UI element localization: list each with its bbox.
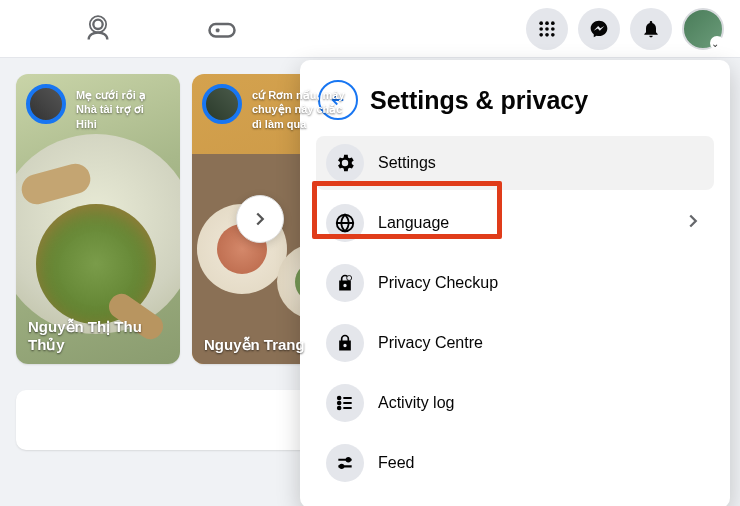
- svg-point-17: [347, 458, 350, 461]
- svg-point-11: [551, 33, 555, 37]
- lock-heart-icon: [326, 264, 364, 302]
- svg-point-10: [545, 33, 549, 37]
- svg-point-18: [340, 465, 343, 468]
- svg-point-8: [551, 27, 555, 31]
- menu-item-label: Privacy Centre: [378, 334, 483, 352]
- menu-item-label: Feed: [378, 454, 414, 472]
- svg-point-7: [545, 27, 549, 31]
- settings-privacy-dropdown: Settings & privacy Settings Language Pri…: [300, 60, 730, 506]
- globe-icon: [326, 204, 364, 242]
- svg-point-5: [551, 21, 555, 25]
- menu-list: Settings Language Privacy Checkup Privac…: [310, 136, 720, 490]
- messenger-button[interactable]: [578, 8, 620, 50]
- svg-point-4: [545, 21, 549, 25]
- menu-grid-button[interactable]: [526, 8, 568, 50]
- menu-item-feed[interactable]: Feed: [316, 436, 714, 490]
- sliders-icon: [326, 444, 364, 482]
- menu-item-label: Language: [378, 214, 449, 232]
- menu-item-privacy-centre[interactable]: Privacy Centre: [316, 316, 714, 370]
- story-author-name: Nguyễn Thị Thu Thủy: [28, 318, 168, 354]
- topbar: ⌄: [0, 0, 740, 58]
- menu-item-label: Privacy Checkup: [378, 274, 498, 292]
- friends-nav-icon[interactable]: [76, 7, 120, 51]
- story-overlay-text: Mẹ cưới rồi ạ Nhà tài trợ ơi Hihi: [76, 88, 172, 131]
- menu-item-settings[interactable]: Settings: [316, 136, 714, 190]
- dropdown-title: Settings & privacy: [370, 86, 588, 115]
- svg-point-6: [539, 27, 543, 31]
- gear-icon: [326, 144, 364, 182]
- notifications-button[interactable]: [630, 8, 672, 50]
- topbar-center-nav: [16, 7, 244, 51]
- svg-point-0: [93, 19, 102, 28]
- svg-point-15: [338, 402, 341, 405]
- profile-avatar-button[interactable]: ⌄: [682, 8, 724, 50]
- svg-point-3: [539, 21, 543, 25]
- menu-item-label: Activity log: [378, 394, 454, 412]
- menu-item-language[interactable]: Language: [316, 196, 714, 250]
- story-avatar: [202, 84, 242, 124]
- menu-item-label: Settings: [378, 154, 436, 172]
- menu-item-privacy-checkup[interactable]: Privacy Checkup: [316, 256, 714, 310]
- svg-point-13: [347, 276, 352, 281]
- svg-point-14: [338, 397, 341, 400]
- gaming-nav-icon[interactable]: [200, 7, 244, 51]
- svg-rect-2: [210, 24, 235, 37]
- svg-point-16: [338, 407, 341, 410]
- svg-point-9: [539, 33, 543, 37]
- stories-next-button[interactable]: [236, 195, 284, 243]
- chevron-right-icon: [682, 210, 704, 236]
- menu-item-activity-log[interactable]: Activity log: [316, 376, 714, 430]
- story-avatar: [26, 84, 66, 124]
- chevron-down-icon: ⌄: [711, 39, 721, 49]
- dropdown-header: Settings & privacy: [310, 74, 720, 136]
- story-card[interactable]: Mẹ cưới rồi ạ Nhà tài trợ ơi Hihi Nguyễn…: [16, 74, 180, 364]
- topbar-right: ⌄: [526, 8, 724, 50]
- list-icon: [326, 384, 364, 422]
- story-author-name: Nguyễn Trang: [204, 336, 344, 354]
- story-overlay-text: cứ Rơm nấu, máy chuyện này chắc dì làm q…: [252, 88, 348, 131]
